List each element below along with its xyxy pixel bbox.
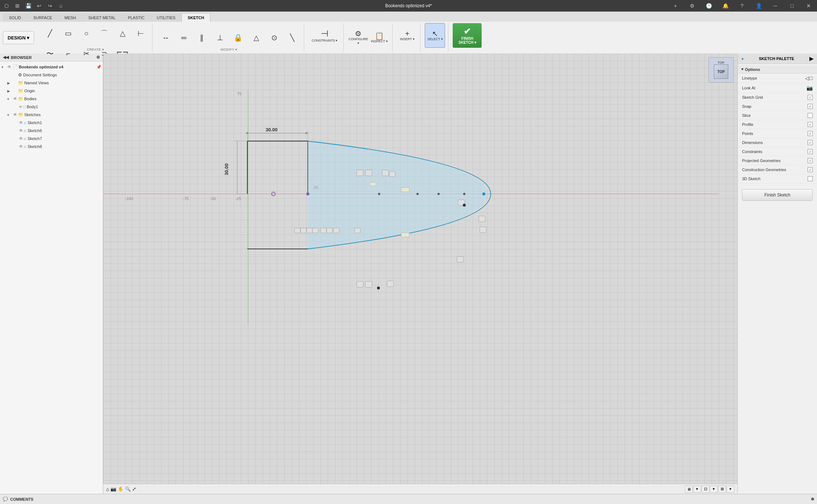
comments-add-icon[interactable]: ⊕: [811, 497, 814, 501]
home-icon[interactable]: ⌂: [56, 1, 66, 11]
palette-section-header[interactable]: ▾ Options: [738, 65, 817, 73]
palette-slice[interactable]: Slice: [738, 111, 817, 120]
points-checkbox[interactable]: [808, 131, 813, 136]
home-view-icon[interactable]: ⌂: [106, 486, 109, 492]
tree-origin[interactable]: ▶ 👁 📁 Origin: [0, 87, 103, 95]
look-at-icon[interactable]: 📷: [806, 85, 813, 91]
equal-tool[interactable]: ═: [175, 27, 192, 48]
tree-sketch1[interactable]: 👁 ⎌ Sketch1: [0, 119, 103, 127]
camera-icon[interactable]: 📷: [110, 486, 116, 492]
snap-checkbox[interactable]: [808, 104, 813, 109]
design-button[interactable]: DESIGN ▾: [3, 31, 34, 44]
display-icon[interactable]: 🖥: [685, 486, 693, 493]
parallel-tool[interactable]: ∥: [193, 27, 210, 48]
inspect-btn[interactable]: 📋 INSPECT ▾: [369, 25, 389, 50]
save-icon[interactable]: 💾: [23, 1, 33, 11]
close-btn[interactable]: ✕: [800, 0, 817, 12]
arc-tool[interactable]: ⌒: [96, 23, 113, 43]
grid-icon[interactable]: ⊞: [12, 1, 22, 11]
undo-icon[interactable]: ↩: [34, 1, 44, 11]
eye-icon[interactable]: 👁: [19, 105, 22, 109]
slice-checkbox[interactable]: [808, 113, 813, 118]
window-controls[interactable]: + ⚙ 🕐 🔔 ? 👤 ─ □ ✕: [667, 0, 817, 12]
line-tool[interactable]: ╱: [41, 23, 59, 43]
palette-linetype[interactable]: Linetype ◁ □: [738, 73, 817, 83]
display-icon2[interactable]: ▾: [693, 486, 701, 493]
constraints-checkbox[interactable]: [808, 149, 813, 154]
tree-document-settings[interactable]: 👁 ⚙ Document Settings: [0, 71, 103, 79]
minimize-btn[interactable]: ─: [767, 0, 784, 12]
new-window-btn[interactable]: +: [667, 0, 684, 12]
slot-tool[interactable]: ⊢: [132, 23, 149, 43]
tree-root[interactable]: ▾ 👁 📄 Bookends optimized v4 📌: [0, 63, 103, 71]
display-icon4[interactable]: ▾: [710, 486, 718, 493]
finish-sketch-palette-btn[interactable]: Finish Sketch: [742, 189, 813, 201]
eye-icon[interactable]: 👁: [19, 144, 23, 149]
eye-icon[interactable]: 👁: [13, 112, 17, 117]
tab-surface[interactable]: SURFACE: [27, 13, 58, 22]
display-icon5[interactable]: ⊞: [718, 486, 726, 493]
clock-icon[interactable]: 🕐: [700, 0, 717, 12]
circle-constraint[interactable]: ⊙: [265, 27, 283, 48]
profile-checkbox[interactable]: [808, 122, 813, 127]
tree-sketch6[interactable]: 👁 ⎌ Sketch6: [0, 127, 103, 135]
insert-btn[interactable]: + INSERT ▾: [397, 23, 417, 48]
redo-icon[interactable]: ↪: [45, 1, 55, 11]
construction-geometries-checkbox[interactable]: [808, 167, 813, 172]
sketch-grid-checkbox[interactable]: [808, 95, 813, 100]
tangent-tool[interactable]: ╲: [284, 27, 301, 48]
triangle-tool[interactable]: △: [114, 23, 131, 43]
palette-construction-geometries[interactable]: Construction Geometries: [738, 165, 817, 174]
browser-collapse-icon[interactable]: ◀◀: [3, 55, 9, 60]
view-cube[interactable]: TOP TOP: [708, 57, 734, 82]
maximize-btn[interactable]: □: [784, 0, 800, 12]
palette-sketch-grid[interactable]: Sketch Grid: [738, 93, 817, 102]
palette-snap[interactable]: Snap: [738, 102, 817, 111]
palette-constraints[interactable]: Constraints: [738, 147, 817, 156]
circle-tool[interactable]: ○: [77, 23, 95, 43]
palette-look-at[interactable]: Look At 📷: [738, 83, 817, 93]
linetype-icon1[interactable]: ◁: [805, 75, 809, 81]
bell-icon[interactable]: 🔔: [717, 0, 734, 12]
settings-icon[interactable]: ⚙: [684, 0, 700, 12]
midpoint-tool[interactable]: △: [247, 27, 265, 48]
trim-tool[interactable]: ✂: [77, 43, 95, 64]
select-btn[interactable]: ↖ SELECT ▾: [425, 23, 445, 48]
canvas-area[interactable]: 75 -75 -50 -25 -100 30.00 30.00 -25: [103, 54, 737, 494]
3d-sketch-checkbox[interactable]: [808, 176, 813, 181]
eye-icon[interactable]: 👁: [19, 136, 23, 141]
tab-solid[interactable]: SOLID: [3, 13, 27, 22]
modify-label[interactable]: MODIFY ▾: [221, 48, 237, 51]
eye-icon[interactable]: 👁: [7, 64, 12, 69]
perpendicular-tool[interactable]: ⊥: [211, 27, 229, 48]
dimension-tool[interactable]: ↔: [157, 27, 174, 48]
pin-icon[interactable]: 📌: [96, 65, 101, 69]
spline-tool[interactable]: 〜: [41, 43, 59, 64]
configure-btn[interactable]: ⚙ CONFIGURE ▾: [348, 25, 368, 50]
view-cube-face[interactable]: TOP: [714, 64, 728, 79]
display-icon6[interactable]: ▾: [726, 486, 734, 493]
lock-tool[interactable]: 🔒: [229, 27, 247, 48]
tab-mesh[interactable]: MESH: [58, 13, 82, 22]
palette-profile[interactable]: Profile: [738, 120, 817, 129]
projected-geometries-checkbox[interactable]: [808, 158, 813, 163]
zoom-icon[interactable]: 🔍: [125, 486, 131, 492]
eye-icon[interactable]: 👁: [13, 96, 17, 101]
pan-icon[interactable]: ✋: [118, 486, 123, 492]
display-icon3[interactable]: ⊡: [701, 486, 709, 493]
create-label[interactable]: CREATE ▾: [87, 48, 104, 51]
tree-named-views[interactable]: ▶ 👁 📁 Named Views: [0, 79, 103, 87]
tree-sketches[interactable]: ▾ 👁 📁 Sketches: [0, 111, 103, 119]
constraints-big-btn[interactable]: ⊣ CONSTRAINTS ▾: [309, 23, 340, 48]
user-icon[interactable]: 👤: [750, 0, 767, 12]
dimensions-checkbox[interactable]: [808, 140, 813, 145]
eye-icon[interactable]: 👁: [19, 120, 23, 125]
tree-sketch8[interactable]: 👁 ⎌ Sketch8: [0, 143, 103, 151]
palette-points[interactable]: Points: [738, 129, 817, 138]
palette-projected-geometries[interactable]: Projected Geometries: [738, 156, 817, 165]
tab-sheet-metal[interactable]: SHEET METAL: [82, 13, 122, 22]
tab-sketch[interactable]: SKETCH: [181, 13, 210, 22]
rectangle-tool[interactable]: ▭: [59, 23, 77, 43]
tree-bodies[interactable]: ▾ 👁 📁 Bodies: [0, 95, 103, 103]
help-icon[interactable]: ?: [734, 0, 750, 12]
